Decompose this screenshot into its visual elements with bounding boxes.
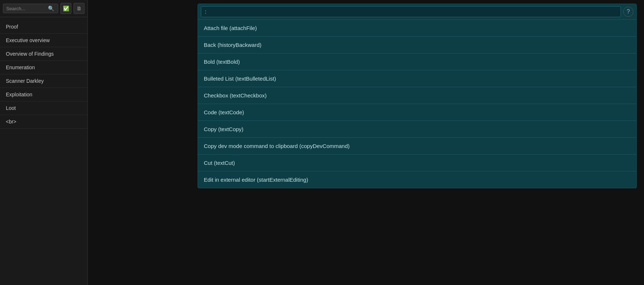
command-list-item[interactable]: Checkbox (textCheckbox) (198, 87, 636, 104)
sidebar-item[interactable]: Executive overview (0, 34, 87, 47)
command-list-item[interactable]: Bold (textBold) (198, 53, 636, 70)
command-list-item[interactable]: Edit in external editor (startExternalEd… (198, 171, 636, 188)
document-button[interactable]: 🗎 (74, 3, 85, 14)
command-list: Attach file (attachFile)Back (historyBac… (198, 20, 636, 188)
search-wrapper: 🔍 (3, 4, 58, 13)
command-palette: ? Attach file (attachFile)Back (historyB… (198, 4, 637, 188)
sidebar-item[interactable]: Proof (0, 20, 87, 34)
checklist-icon: ✅ (63, 5, 69, 11)
sidebar-item[interactable]: Enumeration (0, 61, 87, 74)
command-list-item[interactable]: Copy (textCopy) (198, 121, 636, 138)
help-button[interactable]: ? (623, 7, 633, 17)
sidebar-item[interactable]: Overview of Findings (0, 47, 87, 61)
search-icon-button[interactable]: 🔍 (47, 5, 55, 11)
command-palette-header: ? (198, 4, 636, 20)
document-icon: 🗎 (76, 5, 82, 11)
checklist-button[interactable]: ✅ (60, 3, 71, 14)
command-palette-overlay: ? Attach file (attachFile)Back (historyB… (88, 0, 644, 285)
main-content: ting f ? Attach file (attachFile)Back (h… (88, 0, 644, 285)
search-input[interactable] (6, 6, 47, 11)
command-list-item[interactable]: Code (textCode) (198, 104, 636, 121)
command-input[interactable] (201, 6, 621, 17)
command-list-item[interactable]: Copy dev mode command to clipboard (copy… (198, 138, 636, 155)
sidebar-header: 🔍 ✅ 🗎 (0, 0, 87, 17)
sidebar-item[interactable]: Loot (0, 101, 87, 115)
command-list-item[interactable]: Cut (textCut) (198, 155, 636, 171)
search-icon: 🔍 (48, 5, 54, 11)
sidebar-nav: ProofExecutive overviewOverview of Findi… (0, 17, 87, 285)
sidebar-item[interactable]: Exploitation (0, 88, 87, 101)
command-list-item[interactable]: Bulleted List (textBulletedList) (198, 70, 636, 87)
sidebar-item[interactable]: <br> (0, 115, 87, 129)
help-icon: ? (627, 8, 630, 15)
sidebar: 🔍 ✅ 🗎 ProofExecutive overviewOverview of… (0, 0, 88, 285)
sidebar-item[interactable]: Scanner Darkley (0, 74, 87, 88)
command-list-item[interactable]: Attach file (attachFile) (198, 20, 636, 37)
command-list-item[interactable]: Back (historyBackward) (198, 37, 636, 53)
